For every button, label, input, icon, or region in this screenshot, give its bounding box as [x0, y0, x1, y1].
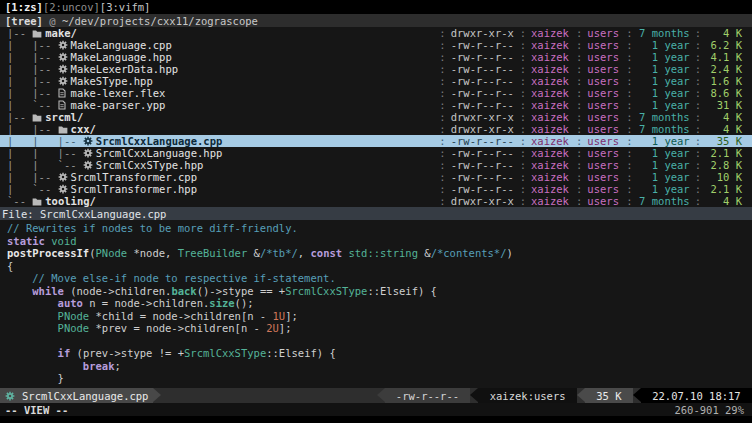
- table-row[interactable]: | |-- SrcmlTransformer.cpp : -rw-r--r-- …: [0, 171, 752, 183]
- preview-file-label: File: SrcmlCxxLanguage.cpp: [2, 208, 166, 220]
- column-separator: :: [515, 51, 531, 63]
- file-date: 1 year: [638, 39, 690, 51]
- gear-icon: [58, 52, 71, 62]
- table-row[interactable]: | |-- MakeSType.hpp : -rw-r--r-- : xaize…: [0, 75, 752, 87]
- file-name: cxx/: [71, 123, 96, 135]
- file-owner: xaizek: [531, 183, 571, 195]
- column-separator: :: [690, 75, 706, 87]
- code-line: [7, 335, 752, 348]
- file-name: SrcmlCxxLanguage.cpp: [96, 135, 222, 147]
- table-row[interactable]: | `-- SrcmlTransformer.hpp : -rw-r--r-- …: [0, 183, 752, 195]
- table-row[interactable]: `-- tooling/ : drwxr-xr-x : xaizek : use…: [0, 195, 752, 207]
- status-permissions: -rw-r--r--: [385, 388, 471, 403]
- table-row[interactable]: | |-- cxx/ : drwxr-xr-x : xaizek : users…: [0, 123, 752, 135]
- file-permissions: -rw-r--r--: [451, 159, 515, 171]
- file-owner: xaizek: [531, 171, 571, 183]
- table-row[interactable]: | |-- MakeLanguage.hpp : -rw-r--r-- : xa…: [0, 51, 752, 63]
- column-separator: :: [571, 99, 587, 111]
- file-permissions: -rw-r--r--: [451, 75, 515, 87]
- file-name-cell: `-- tooling/: [7, 195, 434, 207]
- file-date: 1 year: [638, 147, 690, 159]
- file-group: users: [587, 195, 621, 207]
- file-group: users: [587, 75, 621, 87]
- file-group: users: [587, 63, 621, 75]
- file-size: 4 K: [706, 27, 742, 39]
- gear-icon: [5, 391, 18, 401]
- code-token: (prev->stype != +: [70, 347, 184, 359]
- column-separator: :: [515, 75, 531, 87]
- doc-icon: [58, 100, 71, 110]
- file-name: make-parser.ypp: [71, 99, 166, 111]
- column-separator: :: [690, 135, 706, 147]
- tab-vifm[interactable]: [3:vifm]: [100, 1, 151, 13]
- column-separator: :: [621, 195, 637, 207]
- code-line: PNode *child = node->children[n - 1U];: [7, 310, 752, 323]
- table-row[interactable]: | |-- MakeLanguage.cpp : -rw-r--r-- : xa…: [0, 39, 752, 51]
- column-separator: :: [621, 87, 637, 99]
- file-date: 7 months: [638, 123, 690, 135]
- column-separator: :: [515, 63, 531, 75]
- column-separator: :: [434, 171, 450, 183]
- file-permissions: -rw-r--r--: [451, 183, 515, 195]
- file-name: MakeSType.hpp: [71, 75, 153, 87]
- column-separator: :: [571, 75, 587, 87]
- file-permissions: -rw-r--r--: [451, 147, 515, 159]
- code-line: postProcessIf(PNode *node, TreeBuilder &…: [7, 247, 752, 260]
- code-line: // Rewrites if nodes to be more diff-fri…: [7, 222, 752, 235]
- file-name-cell: | |-- MakeSType.hpp: [7, 75, 434, 87]
- file-date: 7 months: [638, 111, 690, 123]
- column-separator: :: [515, 147, 531, 159]
- code-token: postProcessIf: [7, 247, 89, 259]
- powerline-separator: [470, 388, 478, 402]
- table-row[interactable]: | |-- MakeLexerData.hpp : -rw-r--r-- : x…: [0, 63, 752, 75]
- folder-icon: [58, 125, 71, 134]
- column-separator: :: [434, 123, 450, 135]
- file-name-cell: | | |-- SrcmlCxxLanguage.cpp: [7, 135, 434, 147]
- code-token: ): [507, 247, 513, 259]
- file-group: users: [587, 159, 621, 171]
- column-separator: :: [571, 51, 587, 63]
- column-separator: :: [621, 147, 637, 159]
- table-row[interactable]: | `-- make-parser.ypp : -rw-r--r-- : xai…: [0, 99, 752, 111]
- table-row[interactable]: | | |-- SrcmlCxxLanguage.cpp : -rw-r--r-…: [0, 135, 752, 147]
- file-date: 1 year: [638, 63, 690, 75]
- file-group: users: [587, 183, 621, 195]
- status-file-name: SrcmlCxxLanguage.cpp: [22, 390, 148, 402]
- file-group: users: [587, 111, 621, 123]
- column-separator: :: [515, 87, 531, 99]
- table-row[interactable]: |-- make/ : drwxr-xr-x : xaizek : users …: [0, 27, 752, 39]
- tree-branch: | |--: [7, 39, 58, 51]
- code-line: // Move else-if node to respective if-st…: [7, 272, 752, 285]
- file-size: 4 K: [706, 195, 742, 207]
- tab-uncov[interactable]: [2:uncov]: [43, 1, 100, 13]
- column-separator: :: [621, 111, 637, 123]
- code-line: if (prev->stype != +SrcmlCxxSType::Elsei…: [7, 347, 752, 360]
- file-name: SrcmlCxxSType.hpp: [96, 159, 203, 171]
- file-name: SrcmlCxxLanguage.hpp: [96, 147, 222, 159]
- column-separator: :: [690, 147, 706, 159]
- file-date: 1 year: [638, 87, 690, 99]
- table-row[interactable]: | | `-- SrcmlCxxSType.hpp : -rw-r--r-- :…: [0, 159, 752, 171]
- gear-icon: [58, 76, 71, 86]
- file-size: 31 K: [706, 99, 742, 111]
- column-separator: :: [515, 27, 531, 39]
- file-group: users: [587, 51, 621, 63]
- tab-zs[interactable]: [1:zs]: [5, 1, 43, 13]
- file-name: srcml/: [45, 111, 83, 123]
- column-separator: :: [434, 183, 450, 195]
- column-separator: :: [571, 27, 587, 39]
- code-view[interactable]: // Rewrites if nodes to be more diff-fri…: [0, 220, 752, 388]
- table-row[interactable]: | |-- make-lexer.flex : -rw-r--r-- : xai…: [0, 87, 752, 99]
- table-row[interactable]: | | |-- SrcmlCxxLanguage.hpp : -rw-r--r-…: [0, 147, 752, 159]
- tree-branch: | `--: [7, 183, 58, 195]
- file-name: MakeLanguage.hpp: [71, 51, 172, 63]
- column-separator: :: [621, 183, 637, 195]
- file-owner: xaizek: [531, 39, 571, 51]
- code-token: /*contents*/: [431, 247, 507, 259]
- column-separator: :: [434, 99, 450, 111]
- gear-icon: [83, 160, 96, 170]
- table-row[interactable]: |-- srcml/ : drwxr-xr-x : xaizek : users…: [0, 111, 752, 123]
- code-token: SrcmlCxxSType: [285, 285, 367, 297]
- column-separator: :: [571, 195, 587, 207]
- folder-icon: [32, 197, 45, 206]
